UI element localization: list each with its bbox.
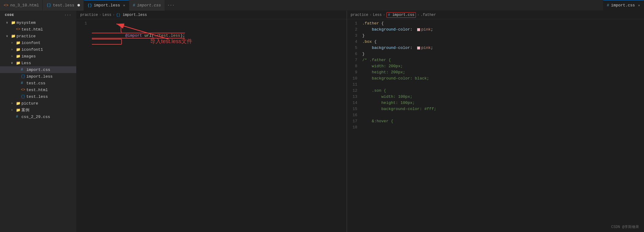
code-line: 4 .box { xyxy=(347,39,644,45)
main-layout: CODE ··· ∨ 📁 mysystem <> test.html ∨ 📁 p… xyxy=(0,11,644,232)
sidebar-item-test-less[interactable]: {} test.less xyxy=(0,93,76,100)
editor-area: practice › Less › {} import.less 1 @impo… xyxy=(77,11,644,232)
line-content: background-color: #fff; xyxy=(362,106,644,112)
folder-icon: 📁 xyxy=(16,41,21,45)
sidebar-item-label: images xyxy=(21,54,76,59)
chevron-right-icon: › xyxy=(11,41,16,45)
sidebar-item-practice[interactable]: ∨ 📁 practice xyxy=(0,33,76,39)
code-line: 9 height: 200px; xyxy=(347,69,644,75)
folder-icon: 📁 xyxy=(11,34,17,39)
line-number: 17 xyxy=(347,118,362,124)
sidebar-item-images[interactable]: › 📁 images xyxy=(0,53,76,60)
html-icon: <> xyxy=(4,3,9,8)
sidebar-item-picture[interactable]: › 📁 picture xyxy=(0,100,76,107)
line-content: background-color: pink; xyxy=(362,45,644,51)
line-number: 12 xyxy=(347,88,362,94)
code-line: 5 background-color: pink; xyxy=(347,45,644,51)
folder-icon: 📁 xyxy=(16,54,21,59)
sidebar-item-iconfont1[interactable]: › 📁 iconfont1 xyxy=(0,46,76,53)
sidebar-item-less-folder[interactable]: ∨ 📁 Less xyxy=(0,60,76,66)
less-icon: {} xyxy=(21,74,26,79)
sidebar-item-import-less[interactable]: {} import.less xyxy=(0,73,76,80)
sidebar-item-label: import.less xyxy=(26,74,76,79)
line-number: 2 xyxy=(347,27,362,33)
tab-importless[interactable]: {} import.less ✕ xyxy=(84,0,129,11)
chevron-down-icon: ∨ xyxy=(11,61,16,65)
watermark: CSDN @李斯橄果 xyxy=(611,224,639,230)
tab-label: import.css xyxy=(137,3,161,8)
sidebar-item-test-html-less[interactable]: <> test.html xyxy=(0,87,76,93)
code-line: 12 .son { xyxy=(347,88,644,94)
tab-label: test.less xyxy=(53,3,74,8)
folder-icon: 📁 xyxy=(11,20,17,25)
sidebar-item-import-css[interactable]: # import.css xyxy=(0,66,76,73)
folder-icon: 📁 xyxy=(16,61,21,65)
tab-label: no_3_10.html xyxy=(10,3,39,8)
bc-import-css-r: # import.css xyxy=(386,12,416,18)
chevron-down-icon: ∨ xyxy=(6,34,11,38)
sidebar-item-anli[interactable]: › 📁 案例 xyxy=(0,107,76,113)
line-content: height: 100px; xyxy=(362,100,644,106)
tab-no3[interactable]: <> no_3_10.html xyxy=(0,0,43,11)
sidebar-more-button[interactable]: ··· xyxy=(64,13,71,17)
tab-bar: <> no_3_10.html {} test.less {} import.l… xyxy=(0,0,644,11)
sidebar-item-test-css[interactable]: # test.css xyxy=(0,80,76,87)
chevron-down-icon: ∨ xyxy=(6,21,11,24)
left-code-editor[interactable]: 1 @import url(./test.less); xyxy=(77,19,347,232)
folder-icon: 📁 xyxy=(16,47,21,52)
sidebar-item-label: css_2_29.css xyxy=(21,115,76,119)
tab-overflow-button[interactable]: ··· xyxy=(165,0,177,11)
tab-testless[interactable]: {} test.less xyxy=(43,0,84,11)
code-line: 13 width: 100px; xyxy=(347,94,644,100)
code-line: 16 xyxy=(347,112,644,118)
line-number: 8 xyxy=(347,63,362,69)
code-line: 17 &:hover { xyxy=(347,118,644,124)
tab-importcss-right[interactable]: # import.css xyxy=(129,0,165,11)
sidebar-item-label: test.less xyxy=(26,94,76,99)
bc-practice-r: practice xyxy=(351,13,368,17)
sidebar-item-label: iconfont xyxy=(21,41,76,45)
line-content xyxy=(362,124,644,131)
html-icon: <> xyxy=(21,88,26,92)
line-number: 16 xyxy=(347,112,362,118)
css-icon: # xyxy=(607,3,609,8)
chevron-right-icon: › xyxy=(11,109,16,112)
sidebar-item-css229[interactable]: # css_2_29.css xyxy=(0,113,76,120)
sidebar-item-mysystem[interactable]: ∨ 📁 mysystem xyxy=(0,19,76,26)
left-editor-pane: practice › Less › {} import.less 1 @impo… xyxy=(77,11,347,232)
sidebar-item-label: test.html xyxy=(26,88,76,92)
sidebar-item-label: iconfont1 xyxy=(21,47,76,52)
line-content: } xyxy=(362,33,644,39)
line-content: height: 200px; xyxy=(362,69,644,75)
tab-close-button[interactable]: ✕ xyxy=(638,3,640,7)
line-number: 14 xyxy=(347,100,362,106)
line-number: 1 xyxy=(347,20,362,27)
line-number: 18 xyxy=(347,124,362,131)
line-number: 4 xyxy=(347,39,362,45)
code-line: 7 /* .father { xyxy=(347,57,644,63)
sidebar: CODE ··· ∨ 📁 mysystem <> test.html ∨ 📁 p… xyxy=(0,11,77,232)
css-icon: # xyxy=(21,81,26,85)
code-line: 8 width: 200px; xyxy=(347,63,644,69)
line-content: } xyxy=(362,51,644,57)
code-line: 11 xyxy=(347,82,644,88)
right-code-editor[interactable]: 1 .father { 2 background-color: pink; 3 … xyxy=(347,19,644,232)
code-line: 10 background-color: black; xyxy=(347,75,644,82)
sidebar-item-label: mysystem xyxy=(17,20,76,25)
code-line: 2 background-color: pink; xyxy=(347,27,644,33)
bc-less-r: Less xyxy=(373,13,382,17)
sidebar-item-test-html[interactable]: <> test.html xyxy=(0,26,76,33)
chevron-right-icon: › xyxy=(11,102,16,105)
sidebar-item-label: 案例 xyxy=(21,107,76,113)
tab-importcss[interactable]: # import.css ✕ xyxy=(603,0,644,11)
code-line: 1 @import url(./test.less); xyxy=(77,20,347,51)
code-line: 3 } xyxy=(347,33,644,39)
line-number: 6 xyxy=(347,51,362,57)
line-number: 5 xyxy=(347,45,362,51)
folder-icon: 📁 xyxy=(16,108,21,112)
tab-close-button[interactable]: ✕ xyxy=(123,3,125,7)
line-number: 9 xyxy=(347,69,362,75)
tab-label: import.less xyxy=(94,3,120,8)
sidebar-header: CODE ··· xyxy=(0,11,76,19)
sidebar-item-iconfont[interactable]: › 📁 iconfont xyxy=(0,39,76,46)
